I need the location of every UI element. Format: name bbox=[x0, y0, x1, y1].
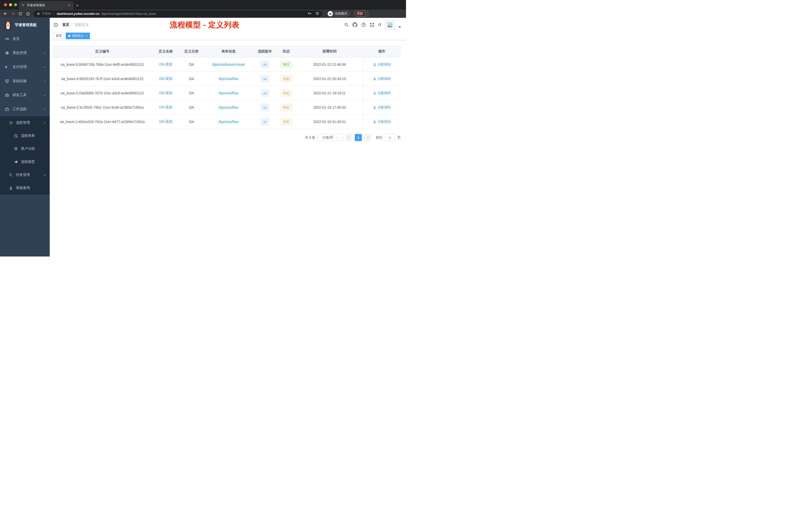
sidebar-item-user-group[interactable]: 用户分组 bbox=[0, 142, 50, 155]
sidebar: 芋道管理系统 首页 系统管理 ¥ 支付管理 bbox=[0, 18, 50, 256]
assign-rule-button[interactable]: 分配规则 bbox=[373, 91, 391, 95]
sidebar-item-devtools[interactable]: 研发工具 bbox=[0, 88, 50, 102]
sidebar-item-process-mgmt[interactable]: 流程管理 bbox=[0, 116, 50, 129]
definition-id: oa_leave:1:482ec033-762a-11ec-8477-a2380… bbox=[53, 115, 152, 129]
definition-name-link[interactable]: OA 请假 bbox=[159, 77, 172, 81]
sidebar-item-system[interactable]: 系统管理 bbox=[0, 46, 50, 60]
prev-page-button[interactable] bbox=[345, 134, 352, 141]
tags-view-bar: 首页 流程定义 × bbox=[50, 32, 406, 40]
chevron-up-icon bbox=[43, 121, 46, 124]
active-dot-icon bbox=[68, 35, 70, 37]
sidebar-logo[interactable]: 芋道管理系统 bbox=[0, 18, 50, 32]
font-size-icon[interactable]: tT bbox=[378, 23, 381, 27]
tag-home[interactable]: 首页 bbox=[53, 33, 64, 39]
reload-icon[interactable] bbox=[17, 10, 24, 17]
security-label[interactable]: 不安全 bbox=[42, 11, 51, 16]
breadcrumb-home[interactable]: 首页 bbox=[62, 23, 69, 27]
avatar-caret-icon[interactable] bbox=[399, 26, 401, 28]
fullscreen-icon[interactable] bbox=[370, 22, 374, 27]
red-annotation-title: 流程模型 - 定义列表 bbox=[170, 20, 239, 30]
browser-update-button[interactable]: 更新 bbox=[354, 10, 368, 17]
window-controls[interactable] bbox=[4, 3, 17, 6]
tag-process-definition[interactable]: 流程定义 × bbox=[66, 33, 90, 39]
assign-rule-label: 分配规则 bbox=[378, 119, 391, 124]
table-row: oa_leave:1:482ec033-762a-11ec-8477-a2380… bbox=[53, 115, 401, 129]
github-icon[interactable] bbox=[352, 22, 357, 27]
security-warning-icon[interactable] bbox=[37, 11, 40, 16]
form-link[interactable]: /bpm/oa/flow bbox=[219, 120, 238, 124]
definition-name-link[interactable]: OA 请假 bbox=[159, 91, 172, 95]
page-unit-label: 页 bbox=[398, 135, 401, 140]
tab-close-icon[interactable]: ✕ bbox=[67, 3, 71, 7]
toolbox-icon bbox=[5, 93, 9, 97]
list-icon bbox=[9, 121, 13, 125]
next-page-button[interactable] bbox=[364, 134, 371, 141]
version-badge: v4 bbox=[261, 75, 269, 82]
deploy-time: 2022-01-22 21:48:38 bbox=[296, 58, 363, 71]
browser-menu-icon[interactable] bbox=[365, 12, 366, 15]
assign-rule-button[interactable]: 分配规则 bbox=[373, 119, 391, 124]
page-number-button[interactable]: 1 bbox=[355, 134, 362, 141]
definition-category: OA bbox=[179, 72, 203, 86]
breadcrumb-separator: / bbox=[71, 23, 72, 27]
col-header: 操作 bbox=[363, 49, 401, 54]
definition-name-link[interactable]: OA 请假 bbox=[159, 105, 172, 110]
help-icon[interactable] bbox=[361, 22, 366, 27]
sidebar-item-label: 首页 bbox=[12, 37, 46, 41]
avatar[interactable] bbox=[385, 20, 395, 30]
chevron-down-icon bbox=[336, 136, 338, 139]
form-link[interactable]: /bpm/oa/flow bbox=[219, 105, 238, 110]
tree-icon bbox=[9, 173, 13, 177]
home-icon[interactable] bbox=[25, 10, 31, 17]
deploy-time: 2022-01-16 17:46:53 bbox=[296, 100, 363, 115]
browser-tab[interactable]: 芋道管理系统 ✕ bbox=[19, 1, 74, 9]
form-link[interactable]: /bpm/oa/leave/create bbox=[212, 62, 245, 66]
page-size-select[interactable]: 10条/页 bbox=[318, 134, 343, 141]
table-row: oa_leave:2:3c1f0ef1-76b1-11ec-9c66-a2380… bbox=[53, 100, 401, 115]
definition-name-link[interactable]: OA 请假 bbox=[159, 62, 172, 67]
url-host: dashboard.yudao.iocoder.cn bbox=[57, 12, 99, 16]
close-window-button[interactable] bbox=[4, 3, 7, 6]
form-icon bbox=[14, 134, 18, 138]
assign-rule-button[interactable]: 分配规则 bbox=[373, 77, 391, 81]
definition-name-link[interactable]: OA 请假 bbox=[159, 119, 172, 124]
url-bar[interactable]: 不安全 dashboard.yudao.iocoder.cn/bpm/manag… bbox=[34, 10, 322, 17]
sidebar-item-workflow[interactable]: 工作流程 bbox=[0, 102, 50, 116]
col-header: 流程版本 bbox=[254, 49, 276, 54]
sidebar-item-label: 请假查询 bbox=[16, 186, 46, 190]
assign-rule-button[interactable]: 分配规则 bbox=[373, 105, 391, 110]
sidebar-item-infra[interactable]: 基础设施 bbox=[0, 74, 50, 88]
sidebar-item-payment[interactable]: ¥ 支付管理 bbox=[0, 60, 50, 74]
form-link[interactable]: /bpm/oa/flow bbox=[219, 77, 238, 81]
user-icon bbox=[9, 186, 13, 190]
browser-tab-strip: 芋道管理系统 ✕ + bbox=[0, 0, 406, 9]
table-header-row: 定义编号 定义名称 定义分类 表单信息 流程版本 状态 部署时间 操作 bbox=[53, 46, 401, 58]
maximize-window-button[interactable] bbox=[14, 3, 17, 6]
search-icon[interactable] bbox=[344, 22, 349, 27]
deploy-time: 2022-01-16 01:40:51 bbox=[296, 115, 363, 129]
incognito-badge: 无痕模式 bbox=[327, 10, 350, 17]
sidebar-fold-icon[interactable] bbox=[53, 22, 58, 27]
back-icon[interactable] bbox=[2, 10, 8, 17]
password-key-icon[interactable] bbox=[308, 11, 312, 16]
sidebar-item-task-mgmt[interactable]: 任务管理 bbox=[0, 169, 50, 181]
new-tab-button[interactable]: + bbox=[76, 3, 79, 9]
minimize-window-button[interactable] bbox=[9, 3, 12, 6]
sidebar-item-process-form[interactable]: 流程表单 bbox=[0, 129, 50, 142]
col-header: 状态 bbox=[276, 49, 296, 54]
assign-rule-button[interactable]: 分配规则 bbox=[373, 62, 391, 67]
sidebar-item-process-model[interactable]: 流程模型 bbox=[0, 155, 50, 169]
user-icon bbox=[373, 92, 376, 95]
tag-label: 流程定义 bbox=[72, 34, 84, 38]
definition-category: OA bbox=[179, 115, 203, 129]
sidebar-item-home[interactable]: 首页 bbox=[0, 32, 50, 46]
forward-icon[interactable] bbox=[9, 10, 16, 17]
goto-page-input[interactable] bbox=[385, 134, 395, 141]
page-size-value: 10条/页 bbox=[322, 135, 333, 140]
page-content: 定义编号 定义名称 定义分类 表单信息 流程版本 状态 部署时间 操作 oa_l… bbox=[50, 40, 406, 256]
tag-close-icon[interactable]: × bbox=[86, 34, 87, 37]
bookmark-star-icon[interactable] bbox=[315, 11, 319, 16]
sidebar-item-leave-query[interactable]: 请假查询 bbox=[0, 181, 50, 194]
form-link[interactable]: /bpm/oa/flow bbox=[219, 91, 238, 95]
monitor-icon bbox=[5, 79, 9, 83]
